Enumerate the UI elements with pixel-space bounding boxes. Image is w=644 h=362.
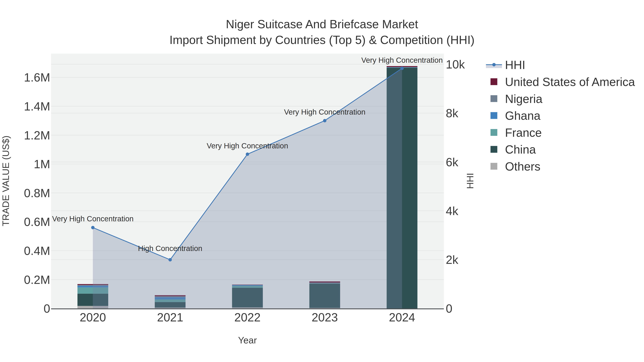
svg-text:China: China <box>505 143 536 156</box>
svg-text:2024: 2024 <box>389 311 415 324</box>
svg-text:Very High Concentration: Very High Concentration <box>284 108 366 116</box>
svg-text:0.6M: 0.6M <box>24 215 50 228</box>
svg-text:0.4M: 0.4M <box>24 244 50 257</box>
svg-text:TRADE VALUE (US$): TRADE VALUE (US$) <box>0 135 11 226</box>
svg-text:0.8M: 0.8M <box>24 186 50 200</box>
svg-text:4k: 4k <box>446 204 458 218</box>
svg-text:0: 0 <box>446 302 452 315</box>
svg-text:HHI: HHI <box>505 58 526 71</box>
svg-text:2023: 2023 <box>312 311 338 324</box>
svg-text:Import Shipment by Countries (: Import Shipment by Countries (Top 5) & C… <box>170 33 474 46</box>
svg-text:6k: 6k <box>446 156 458 169</box>
svg-text:Very High Concentration: Very High Concentration <box>361 56 443 64</box>
svg-text:2020: 2020 <box>80 311 106 324</box>
svg-text:Year: Year <box>238 335 257 345</box>
svg-text:Ghana: Ghana <box>505 109 540 122</box>
svg-text:1M: 1M <box>34 157 50 171</box>
svg-text:France: France <box>505 126 542 139</box>
svg-text:2k: 2k <box>446 253 458 266</box>
svg-text:0: 0 <box>44 302 50 315</box>
svg-text:8k: 8k <box>446 106 458 120</box>
svg-text:HHI: HHI <box>465 173 475 189</box>
svg-text:1.2M: 1.2M <box>24 129 50 142</box>
svg-text:Nigeria: Nigeria <box>505 92 542 105</box>
svg-text:0.2M: 0.2M <box>24 273 50 286</box>
svg-text:Very High Concentration: Very High Concentration <box>207 142 288 150</box>
svg-text:Others: Others <box>505 160 540 173</box>
svg-text:Very High Concentration: Very High Concentration <box>52 215 134 223</box>
svg-text:1.6M: 1.6M <box>24 71 50 84</box>
svg-text:High Concentration: High Concentration <box>138 244 202 253</box>
svg-text:10k: 10k <box>446 58 465 71</box>
svg-text:2021: 2021 <box>157 311 183 324</box>
svg-text:Niger Suitcase And Briefcase M: Niger Suitcase And Briefcase Market <box>226 17 418 31</box>
svg-text:United States of America: United States of America <box>505 75 635 88</box>
svg-text:2022: 2022 <box>234 311 261 324</box>
svg-text:1.4M: 1.4M <box>24 100 50 113</box>
